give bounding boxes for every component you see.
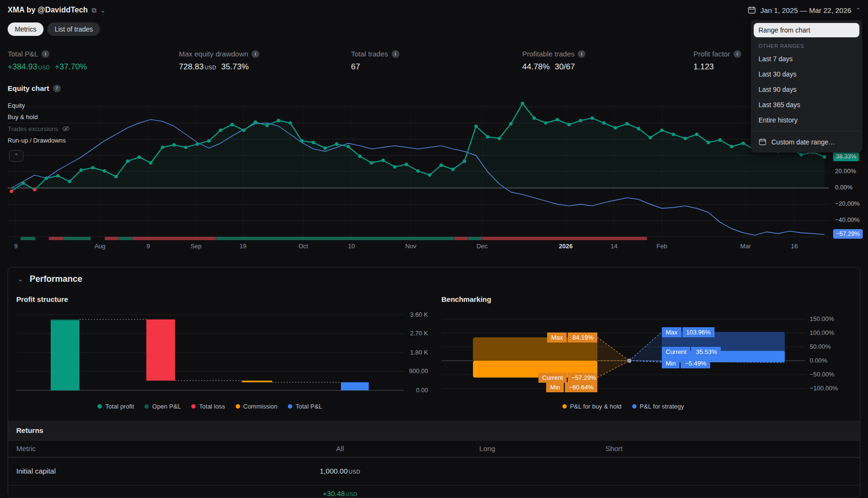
y-axis-tick: −50.00% — [810, 371, 835, 378]
x-axis-tick: Nov — [405, 243, 416, 250]
metric-value: 1.123 — [693, 62, 714, 72]
strip-segment-red — [105, 237, 119, 240]
legend-dot — [236, 404, 240, 409]
y-axis-tick: 150.00% — [810, 315, 834, 322]
metric-label: Total trades — [351, 50, 388, 58]
legend-commission[interactable]: Commission — [236, 403, 278, 410]
column-header-long: Long — [479, 444, 495, 453]
benchmarking-y-axis: 150.00%100.00%50.00%0.00%−50.00%−100.00% — [810, 311, 853, 398]
equity-chart-x-axis: 9Aug9Sep19Oct10NovDec202614FebMar16 — [8, 243, 829, 251]
dropdown-item-entire-history[interactable]: Entire history — [754, 112, 859, 128]
metric-label: Profit factor — [693, 50, 730, 58]
x-axis-tick: 2026 — [559, 243, 573, 250]
legend-open-p-l[interactable]: Open P&L — [144, 403, 181, 410]
x-axis-tick: Feb — [657, 243, 667, 250]
returns-title: Returns — [16, 426, 44, 434]
legend-equity[interactable]: Equity — [8, 101, 27, 110]
equity-chart-title-text: Equity chart — [8, 84, 49, 92]
info-icon[interactable]: i — [42, 50, 49, 58]
calendar-icon — [758, 138, 767, 146]
benchmarking-chart[interactable] — [441, 311, 805, 398]
y-axis-tick: 900.00 — [404, 367, 428, 375]
legend-total-p-l[interactable]: Total P&L — [288, 403, 322, 410]
metric-profitable-trades: Profitable trades i 44.78% 30/67 — [522, 50, 585, 72]
chevron-up-icon: ⌃ — [856, 7, 861, 14]
x-axis-tick: 16 — [791, 243, 798, 250]
equity-chart-title: Equity chart ? — [8, 84, 61, 92]
column-header-all: All — [336, 444, 344, 453]
tab-list-of-trades[interactable]: List of trades — [47, 22, 100, 36]
x-axis-tick: Sep — [190, 243, 201, 250]
row-value-all: 1,000.00USD — [320, 467, 361, 475]
y-axis-tick: 2.70 K — [404, 330, 428, 337]
dropdown-item-custom-date-range[interactable]: Custom date range… — [754, 134, 859, 150]
profit-structure-legend: Total profitOpen P&LTotal lossCommission… — [16, 403, 404, 410]
metric-value: 44.78% — [522, 62, 550, 72]
legend-dot — [562, 404, 567, 409]
y-axis-tick: 20.00% — [835, 167, 856, 175]
dropdown-divider — [754, 131, 859, 131]
dropdown-item-last-90-days[interactable]: Last 90 days — [754, 82, 859, 97]
info-icon[interactable]: i — [392, 50, 399, 58]
legend-total-profit[interactable]: Total profit — [98, 403, 134, 410]
y-axis-tick: −40.00% — [835, 216, 860, 223]
y-axis-tick: −100.00% — [810, 385, 838, 392]
runup-drawdown-strip — [8, 237, 829, 241]
legend-total-loss[interactable]: Total loss — [191, 403, 225, 410]
x-axis-tick: 14 — [611, 243, 617, 250]
dropdown-item-last-7-days[interactable]: Last 7 days — [754, 51, 859, 66]
strategy-tester-panel: XMA by @DaviddTech ⧉ ⌄ Metrics List of t… — [0, 0, 868, 498]
dropdown-item-last-30-days[interactable]: Last 30 days — [754, 66, 859, 82]
profit-structure-y-axis: 0.00900.001.80 K2.70 K3.60 K — [404, 311, 431, 398]
y-axis-tick: 0.00% — [835, 184, 853, 191]
metric-value: 728.83USD — [179, 62, 216, 72]
collapse-chart-button[interactable]: ⌃ — [9, 150, 23, 162]
external-link-icon[interactable]: ⧉ — [92, 6, 97, 14]
equity-chart-plot[interactable] — [8, 100, 829, 244]
legend-buy-hold[interactable]: Buy & hold — [8, 113, 40, 121]
bench-badge-min: Min −60.64% — [540, 382, 597, 392]
profit-structure-chart[interactable] — [16, 311, 404, 398]
info-icon[interactable]: i — [252, 50, 259, 58]
strip-segment-green — [468, 237, 482, 240]
metric-profit-factor: Profit factor i 1.123 — [693, 50, 741, 72]
info-icon[interactable]: i — [734, 50, 741, 58]
legend-trades-excursions[interactable]: Trades excursions — [8, 124, 72, 133]
help-icon[interactable]: ? — [53, 85, 61, 92]
legend-run-up-drawdowns[interactable]: Run-up / Drawdowns — [8, 136, 67, 144]
legend-dot — [98, 404, 102, 409]
chevron-down-icon[interactable]: ⌄ — [100, 7, 106, 14]
x-axis-tick: Oct — [298, 243, 308, 250]
dropdown-section-label: OTHER RANGES — [754, 37, 859, 51]
column-header-metric: Metric — [16, 444, 36, 453]
page-title: XMA by @DaviddTech — [8, 6, 88, 14]
x-axis-tick: Mar — [740, 243, 751, 250]
dropdown-item-range-from-chart[interactable]: Range from chart — [754, 23, 859, 37]
metric-extra: +37.70% — [55, 62, 87, 72]
row-divider — [8, 485, 860, 486]
legend-p-l-for-strategy[interactable]: P&L for strategy — [632, 403, 684, 410]
metric-total-p-l: Total P&L i +384.93USD +37.70% — [8, 50, 87, 72]
legend-p-l-for-buy-hold[interactable]: P&L for buy & hold — [562, 403, 622, 410]
performance-header[interactable]: ⌄ Performance — [18, 274, 82, 284]
metric-label: Max equity drawdown — [179, 50, 248, 58]
metric-extra: 30/67 — [555, 62, 575, 72]
strip-segment-red — [482, 237, 647, 240]
column-header-short: Short — [605, 444, 623, 453]
date-range-button[interactable]: Jan 1, 2025 — Mar 22, 2026 ⌃ — [747, 6, 861, 14]
info-icon[interactable]: i — [578, 50, 585, 58]
dropdown-item-last-365-days[interactable]: Last 365 days — [754, 97, 859, 112]
strip-segment-red — [454, 237, 468, 240]
y-axis-tick: 100.00% — [810, 329, 834, 336]
x-axis-tick: Dec — [476, 243, 487, 250]
date-range-dropdown: Range from chart OTHER RANGES Last 7 day… — [751, 20, 862, 153]
x-axis-tick: 10 — [348, 243, 355, 250]
row-metric: Initial capital — [16, 467, 56, 475]
strip-segment-green — [119, 237, 132, 240]
y-axis-tick: 3.60 K — [404, 311, 428, 318]
y-axis-tick: 0.00 — [404, 387, 428, 394]
equity-chart-legend: Equity Buy & hold Trades excursions Run-… — [8, 101, 72, 148]
chevron-down-icon: ⌄ — [18, 276, 23, 283]
eye-slash-icon[interactable] — [62, 125, 70, 133]
tab-metrics[interactable]: Metrics — [8, 22, 44, 36]
